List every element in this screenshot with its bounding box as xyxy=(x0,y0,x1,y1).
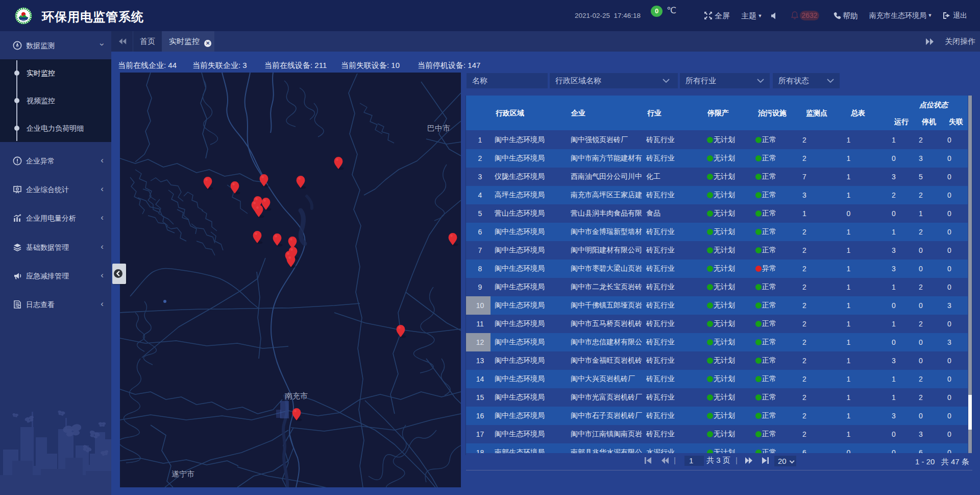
svg-text:南充市: 南充市 xyxy=(285,391,308,400)
svg-text:遂宁市: 遂宁市 xyxy=(172,469,194,478)
svg-text:巴中市: 巴中市 xyxy=(427,124,450,132)
